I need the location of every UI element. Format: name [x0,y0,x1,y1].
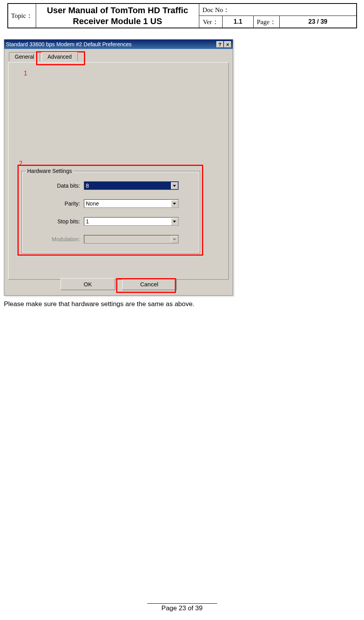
docno-label-text: Doc No： [202,6,230,14]
tab-general[interactable]: General [9,52,40,61]
dialog-title: Standard 33600 bps Modem #2 Default Pref… [6,41,216,47]
topic-label: Topic： [8,3,36,28]
tab-advanced[interactable]: Advanced [42,52,77,61]
instruction-text: Please make sure that hardware settings … [4,300,364,308]
document-title: User Manual of TomTom HD Traffic Receive… [36,3,199,28]
page-value: 23 / 39 [280,16,357,28]
parity-combo[interactable]: None [84,199,179,208]
ver-value: 1.1 [222,16,253,28]
ok-button[interactable]: OK [61,278,115,290]
hardware-settings-group: Hardware Settings Data bits: 8 Parity: N… [21,171,200,253]
chevron-down-icon [173,239,176,240]
footer-divider [147,603,217,604]
modulation-row: Modulation: [22,234,200,244]
databits-dropdown-button[interactable] [171,182,178,189]
modulation-label: Modulation: [22,236,84,242]
parity-row: Parity: None [22,199,200,209]
tab-strip: General Advanced [9,52,233,62]
page-footer: Page 23 of 39 [0,603,364,612]
chevron-down-icon [173,203,176,205]
document-header: Topic： User Manual of TomTom HD Traffic … [7,3,357,28]
databits-row: Data bits: 8 [22,181,200,191]
footer-text: Page 23 of 39 [162,604,203,612]
parity-dropdown-button[interactable] [171,200,178,207]
close-button[interactable]: × [224,41,231,47]
stopbits-label: Stop bits: [22,218,84,225]
parity-label: Parity: [22,200,84,207]
group-label: Hardware Settings [26,168,73,174]
cancel-button[interactable]: Cancel [122,278,176,290]
dialog-button-row: OK Cancel [4,278,233,290]
stopbits-value: 1 [86,218,89,225]
modem-preferences-dialog: Standard 33600 bps Modem #2 Default Pref… [4,39,233,296]
stopbits-row: Stop bits: 1 [22,216,200,226]
stopbits-combo[interactable]: 1 [84,217,179,226]
chevron-down-icon [173,221,176,223]
parity-value: None [86,200,99,207]
modulation-dropdown-button [171,236,178,243]
docno-label: Doc No： [199,3,356,16]
annotation-2: 2 [19,160,23,167]
databits-label: Data bits: [22,183,84,189]
stopbits-dropdown-button[interactable] [171,218,178,225]
dialog-titlebar: Standard 33600 bps Modem #2 Default Pref… [4,40,233,49]
page-label: Page： [253,16,279,28]
databits-value: 8 [86,183,89,189]
chevron-down-icon [173,185,176,187]
help-button[interactable]: ? [216,41,223,47]
ver-label: Ver： [199,16,222,28]
annotation-1: 1 [24,70,27,77]
databits-combo[interactable]: 8 [84,181,179,190]
modulation-combo [84,235,179,244]
